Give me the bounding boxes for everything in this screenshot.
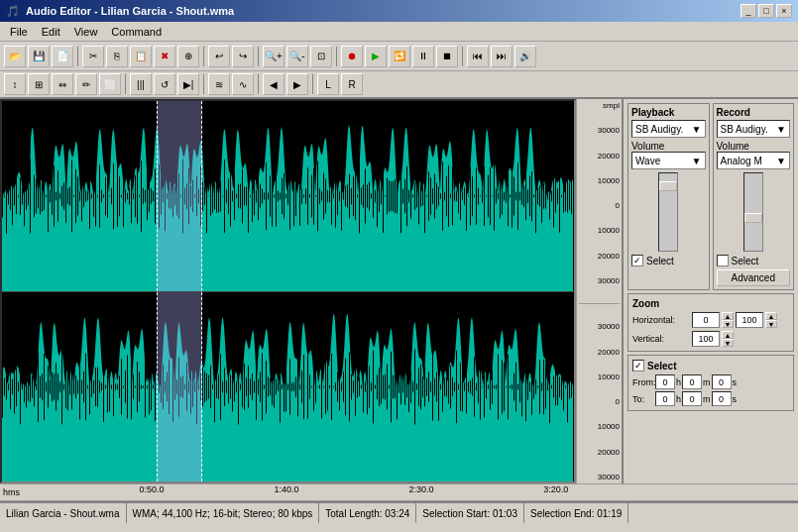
time-mark-1: 0:50.0 bbox=[140, 484, 165, 494]
spectrum-button[interactable]: ≋ bbox=[208, 73, 230, 95]
window-title: Audio Editor - Lilian Garcia - Shout.wma bbox=[26, 5, 234, 17]
zoom-h-down2-button[interactable]: ▼ bbox=[765, 320, 777, 328]
to-h-input[interactable] bbox=[655, 391, 675, 406]
maximize-button[interactable]: □ bbox=[758, 4, 774, 18]
record-button[interactable]: ⏺ bbox=[341, 46, 363, 67]
scale-sep bbox=[579, 303, 620, 304]
new-button[interactable]: 📄 bbox=[52, 46, 73, 67]
time-ruler: hms 0:50.0 1:40.0 2:30.0 3:20.0 bbox=[0, 483, 798, 501]
tool-erase[interactable]: ⬜ bbox=[99, 73, 121, 95]
zoom-vertical-value[interactable] bbox=[692, 331, 720, 347]
menu-file[interactable]: File bbox=[4, 25, 34, 39]
zoom-v-up-button[interactable]: ▲ bbox=[722, 331, 734, 339]
zoom-h-up2-button[interactable]: ▲ bbox=[765, 312, 777, 320]
from-label: From: bbox=[632, 377, 654, 387]
toolbar-secondary: ↕ ⊞ ⇔ ✏ ⬜ ||| ↺ ▶| ≋ ∿ ◀ ▶ L R bbox=[0, 71, 798, 99]
save-button[interactable]: 💾 bbox=[28, 46, 50, 67]
marker-button[interactable]: ▶| bbox=[177, 73, 199, 95]
zoom-out-button[interactable]: 🔍- bbox=[286, 46, 308, 67]
zoom-h-down-button[interactable]: ▼ bbox=[722, 320, 734, 328]
copy-button[interactable]: ⎘ bbox=[106, 46, 128, 67]
zoom-v-down-button[interactable]: ▼ bbox=[722, 339, 734, 347]
sep6 bbox=[125, 74, 126, 94]
menu-command[interactable]: Command bbox=[105, 25, 168, 39]
record-select-checkbox[interactable] bbox=[717, 255, 729, 266]
sep2 bbox=[203, 47, 204, 66]
playback-volume-dropdown[interactable]: Wave ▼ bbox=[631, 152, 706, 169]
paste-button[interactable]: 📋 bbox=[130, 46, 152, 67]
volume-button[interactable]: 🔊 bbox=[514, 46, 536, 67]
playback-device-dropdown[interactable]: SB Audigy. ▼ bbox=[631, 120, 706, 138]
zoom-h-up-button[interactable]: ▲ bbox=[722, 312, 734, 320]
wave-button[interactable]: ∿ bbox=[232, 73, 254, 95]
chevron-down-icon2: ▼ bbox=[692, 156, 702, 166]
tool-zoom[interactable]: ⊞ bbox=[28, 73, 50, 95]
zoom-vertical-label: Vertical: bbox=[632, 334, 690, 344]
from-h-input[interactable] bbox=[655, 374, 675, 389]
sep4 bbox=[336, 47, 337, 66]
scale-20000-bot2: 20000 bbox=[579, 348, 620, 357]
fast-forward-button[interactable]: ⏭ bbox=[491, 46, 513, 67]
chevron-down-icon4: ▼ bbox=[776, 156, 786, 166]
zoom-horizontal-start[interactable] bbox=[692, 312, 720, 328]
select-section: ✓ Select From: h m s To: h m s bbox=[627, 355, 794, 411]
playback-select-checkbox[interactable]: ✓ bbox=[631, 255, 643, 266]
to-m-input[interactable] bbox=[682, 391, 702, 406]
minimize-button[interactable]: _ bbox=[741, 4, 756, 18]
select-checkbox[interactable]: ✓ bbox=[632, 360, 644, 372]
record-slider-thumb[interactable] bbox=[744, 213, 762, 223]
playback-panel: Playback SB Audigy. ▼ Volume Wave ▼ bbox=[627, 103, 710, 290]
record-panel: Record SB Audigy. ▼ Volume Analog M ▼ bbox=[713, 103, 795, 290]
redo-button[interactable]: ↪ bbox=[232, 46, 254, 67]
waveform-top[interactable] bbox=[2, 101, 574, 292]
scale-30000-bot2: 30000 bbox=[579, 322, 620, 331]
from-m-input[interactable] bbox=[682, 374, 702, 389]
from-m-label: m bbox=[703, 377, 711, 387]
select-title: Select bbox=[647, 361, 676, 372]
loop2-button[interactable]: ↺ bbox=[154, 73, 175, 95]
pause-button[interactable]: ⏸ bbox=[412, 46, 434, 67]
zoom-all-button[interactable]: ⊡ bbox=[310, 46, 332, 67]
next-mark[interactable]: ▶ bbox=[286, 73, 308, 95]
status-format: WMA; 44,100 Hz; 16-bit; Stereo; 80 kbps bbox=[127, 503, 320, 523]
mix-button[interactable]: ⊕ bbox=[177, 46, 199, 67]
playback-slider-thumb[interactable] bbox=[659, 181, 677, 191]
zoom-vertical-row: Vertical: ▲ ▼ bbox=[632, 331, 789, 347]
from-s-input[interactable] bbox=[712, 374, 732, 389]
zoom-h-spinners2: ▲ ▼ bbox=[765, 312, 777, 328]
advanced-button[interactable]: Advanced bbox=[717, 269, 791, 286]
zoom-section: Zoom Horizontal: ▲ ▼ ▲ ▼ Vertical: ▲ bbox=[627, 293, 794, 352]
waveform-bottom[interactable] bbox=[2, 292, 574, 482]
to-h-label: h bbox=[676, 394, 681, 404]
tool-select[interactable]: ↕ bbox=[4, 73, 26, 95]
tool-draw[interactable]: ✏ bbox=[75, 73, 97, 95]
rewind-button[interactable]: ⏮ bbox=[467, 46, 489, 67]
to-s-input[interactable] bbox=[712, 391, 732, 406]
menu-view[interactable]: View bbox=[68, 25, 104, 39]
snap-button[interactable]: ||| bbox=[130, 73, 152, 95]
ch-right[interactable]: R bbox=[341, 73, 363, 95]
scale-20000-bot3: 20000 bbox=[579, 448, 620, 457]
zoom-horizontal-pct[interactable] bbox=[736, 312, 763, 328]
delete-button[interactable]: ✖ bbox=[154, 46, 175, 67]
record-volume-slider[interactable] bbox=[743, 172, 763, 252]
ch-left[interactable]: L bbox=[317, 73, 339, 95]
stop-button[interactable]: ⏹ bbox=[436, 46, 458, 67]
record-select-label: Select bbox=[732, 256, 759, 266]
undo-button[interactable]: ↩ bbox=[208, 46, 230, 67]
record-device-dropdown[interactable]: SB Audigy. ▼ bbox=[717, 120, 791, 138]
playback-select-label: Select bbox=[646, 256, 674, 266]
menu-edit[interactable]: Edit bbox=[36, 25, 66, 39]
close-button[interactable]: × bbox=[776, 4, 792, 18]
record-volume-dropdown[interactable]: Analog M ▼ bbox=[717, 152, 791, 169]
tool-pan[interactable]: ⇔ bbox=[52, 73, 73, 95]
to-s-label: s bbox=[733, 394, 738, 404]
playback-volume-slider[interactable] bbox=[658, 172, 678, 252]
loop-button[interactable]: 🔁 bbox=[389, 46, 410, 67]
titlebar: 🎵 Audio Editor - Lilian Garcia - Shout.w… bbox=[0, 0, 798, 22]
cut-button[interactable]: ✂ bbox=[82, 46, 104, 67]
prev-mark[interactable]: ◀ bbox=[263, 73, 285, 95]
zoom-in-button[interactable]: 🔍+ bbox=[263, 46, 285, 67]
play-button[interactable]: ▶ bbox=[365, 46, 387, 67]
open-button[interactable]: 📂 bbox=[4, 46, 26, 67]
